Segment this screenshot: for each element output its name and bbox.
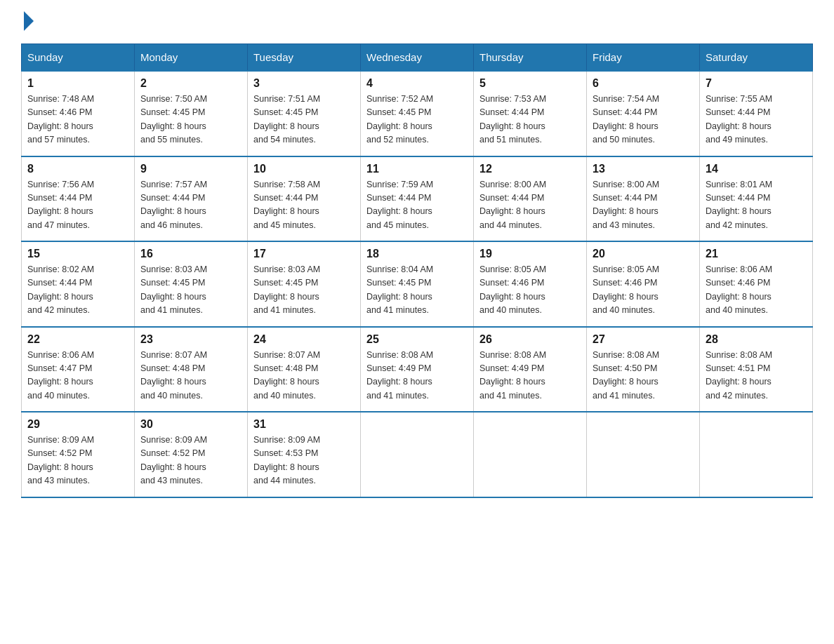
calendar-cell: 21Sunrise: 8:06 AMSunset: 4:46 PMDayligh… <box>700 241 813 327</box>
weekday-monday: Monday <box>135 44 248 72</box>
day-number: 13 <box>593 163 694 175</box>
day-info: Sunrise: 8:04 AMSunset: 4:45 PMDaylight:… <box>366 263 468 318</box>
logo <box>21 14 34 29</box>
day-number: 25 <box>366 333 468 346</box>
weekday-saturday: Saturday <box>700 44 813 72</box>
day-number: 4 <box>366 77 468 90</box>
calendar-cell: 24Sunrise: 8:07 AMSunset: 4:48 PMDayligh… <box>248 327 361 412</box>
calendar-week-row: 8Sunrise: 7:56 AMSunset: 4:44 PMDaylight… <box>22 156 813 242</box>
calendar-cell: 17Sunrise: 8:03 AMSunset: 4:45 PMDayligh… <box>248 241 361 327</box>
calendar-cell <box>474 412 587 497</box>
weekday-sunday: Sunday <box>22 44 135 72</box>
calendar-cell: 10Sunrise: 7:58 AMSunset: 4:44 PMDayligh… <box>248 156 361 242</box>
day-info: Sunrise: 7:59 AMSunset: 4:44 PMDaylight:… <box>366 178 468 233</box>
calendar-cell: 12Sunrise: 8:00 AMSunset: 4:44 PMDayligh… <box>474 156 587 242</box>
day-number: 9 <box>140 163 241 175</box>
calendar-cell: 14Sunrise: 8:01 AMSunset: 4:44 PMDayligh… <box>700 156 813 242</box>
calendar-week-row: 1Sunrise: 7:48 AMSunset: 4:46 PMDaylight… <box>22 71 813 156</box>
calendar-cell: 1Sunrise: 7:48 AMSunset: 4:46 PMDaylight… <box>22 71 135 156</box>
day-info: Sunrise: 7:48 AMSunset: 4:46 PMDaylight:… <box>27 93 128 147</box>
day-info: Sunrise: 8:03 AMSunset: 4:45 PMDaylight:… <box>140 263 241 318</box>
calendar-cell: 28Sunrise: 8:08 AMSunset: 4:51 PMDayligh… <box>700 327 813 412</box>
day-info: Sunrise: 8:07 AMSunset: 4:48 PMDaylight:… <box>253 349 355 403</box>
day-info: Sunrise: 8:06 AMSunset: 4:46 PMDaylight:… <box>706 263 807 318</box>
day-info: Sunrise: 7:57 AMSunset: 4:44 PMDaylight:… <box>140 178 241 233</box>
weekday-thursday: Thursday <box>474 44 587 72</box>
day-number: 29 <box>27 418 128 431</box>
calendar-cell: 13Sunrise: 8:00 AMSunset: 4:44 PMDayligh… <box>587 156 700 242</box>
logo-arrow-icon <box>24 11 34 31</box>
day-number: 3 <box>253 77 355 90</box>
day-number: 6 <box>593 77 694 90</box>
day-number: 18 <box>366 248 468 260</box>
calendar-cell: 22Sunrise: 8:06 AMSunset: 4:47 PMDayligh… <box>22 327 135 412</box>
calendar-cell <box>587 412 700 497</box>
day-info: Sunrise: 7:53 AMSunset: 4:44 PMDaylight:… <box>479 93 581 147</box>
day-info: Sunrise: 8:05 AMSunset: 4:46 PMDaylight:… <box>593 263 694 318</box>
calendar-cell: 29Sunrise: 8:09 AMSunset: 4:52 PMDayligh… <box>22 412 135 497</box>
day-number: 10 <box>253 163 355 175</box>
day-number: 2 <box>140 77 241 90</box>
day-number: 28 <box>706 333 807 346</box>
day-number: 26 <box>479 333 581 346</box>
day-info: Sunrise: 8:08 AMSunset: 4:49 PMDaylight:… <box>366 349 468 403</box>
calendar-cell: 15Sunrise: 8:02 AMSunset: 4:44 PMDayligh… <box>22 241 135 327</box>
day-number: 24 <box>253 333 355 346</box>
calendar-cell: 18Sunrise: 8:04 AMSunset: 4:45 PMDayligh… <box>361 241 474 327</box>
day-info: Sunrise: 8:09 AMSunset: 4:52 PMDaylight:… <box>27 434 128 488</box>
day-number: 30 <box>140 418 241 431</box>
day-info: Sunrise: 8:02 AMSunset: 4:44 PMDaylight:… <box>27 263 128 318</box>
day-number: 15 <box>27 248 128 260</box>
calendar-table: SundayMondayTuesdayWednesdayThursdayFrid… <box>21 43 813 498</box>
day-number: 23 <box>140 333 241 346</box>
day-info: Sunrise: 8:00 AMSunset: 4:44 PMDaylight:… <box>593 178 694 233</box>
page-header <box>21 14 813 29</box>
day-number: 20 <box>593 248 694 260</box>
weekday-header-row: SundayMondayTuesdayWednesdayThursdayFrid… <box>22 44 813 72</box>
day-number: 22 <box>27 333 128 346</box>
day-info: Sunrise: 7:52 AMSunset: 4:45 PMDaylight:… <box>366 93 468 147</box>
calendar-cell: 19Sunrise: 8:05 AMSunset: 4:46 PMDayligh… <box>474 241 587 327</box>
day-info: Sunrise: 8:01 AMSunset: 4:44 PMDaylight:… <box>706 178 807 233</box>
calendar-cell: 25Sunrise: 8:08 AMSunset: 4:49 PMDayligh… <box>361 327 474 412</box>
calendar-cell: 8Sunrise: 7:56 AMSunset: 4:44 PMDaylight… <box>22 156 135 242</box>
day-number: 27 <box>593 333 694 346</box>
day-info: Sunrise: 7:54 AMSunset: 4:44 PMDaylight:… <box>593 93 694 147</box>
day-info: Sunrise: 8:08 AMSunset: 4:49 PMDaylight:… <box>479 349 581 403</box>
day-number: 17 <box>253 248 355 260</box>
day-number: 11 <box>366 163 468 175</box>
day-info: Sunrise: 8:03 AMSunset: 4:45 PMDaylight:… <box>253 263 355 318</box>
day-info: Sunrise: 8:05 AMSunset: 4:46 PMDaylight:… <box>479 263 581 318</box>
day-info: Sunrise: 8:09 AMSunset: 4:53 PMDaylight:… <box>253 434 355 488</box>
calendar-cell: 6Sunrise: 7:54 AMSunset: 4:44 PMDaylight… <box>587 71 700 156</box>
calendar-cell: 20Sunrise: 8:05 AMSunset: 4:46 PMDayligh… <box>587 241 700 327</box>
day-number: 1 <box>27 77 128 90</box>
day-number: 16 <box>140 248 241 260</box>
calendar-cell <box>361 412 474 497</box>
calendar-cell: 26Sunrise: 8:08 AMSunset: 4:49 PMDayligh… <box>474 327 587 412</box>
weekday-tuesday: Tuesday <box>248 44 361 72</box>
calendar-cell: 7Sunrise: 7:55 AMSunset: 4:44 PMDaylight… <box>700 71 813 156</box>
weekday-friday: Friday <box>587 44 700 72</box>
day-info: Sunrise: 8:00 AMSunset: 4:44 PMDaylight:… <box>479 178 581 233</box>
day-number: 8 <box>27 163 128 175</box>
day-info: Sunrise: 8:07 AMSunset: 4:48 PMDaylight:… <box>140 349 241 403</box>
day-number: 12 <box>479 163 581 175</box>
calendar-cell: 9Sunrise: 7:57 AMSunset: 4:44 PMDaylight… <box>135 156 248 242</box>
calendar-cell <box>700 412 813 497</box>
calendar-cell: 30Sunrise: 8:09 AMSunset: 4:52 PMDayligh… <box>135 412 248 497</box>
day-info: Sunrise: 7:56 AMSunset: 4:44 PMDaylight:… <box>27 178 128 233</box>
day-number: 7 <box>706 77 807 90</box>
day-number: 5 <box>479 77 581 90</box>
day-info: Sunrise: 8:09 AMSunset: 4:52 PMDaylight:… <box>140 434 241 488</box>
calendar-week-row: 22Sunrise: 8:06 AMSunset: 4:47 PMDayligh… <box>22 327 813 412</box>
day-info: Sunrise: 8:06 AMSunset: 4:47 PMDaylight:… <box>27 349 128 403</box>
day-info: Sunrise: 8:08 AMSunset: 4:51 PMDaylight:… <box>706 349 807 403</box>
day-number: 31 <box>253 418 355 431</box>
day-info: Sunrise: 7:51 AMSunset: 4:45 PMDaylight:… <box>253 93 355 147</box>
calendar-week-row: 29Sunrise: 8:09 AMSunset: 4:52 PMDayligh… <box>22 412 813 497</box>
calendar-cell: 11Sunrise: 7:59 AMSunset: 4:44 PMDayligh… <box>361 156 474 242</box>
day-number: 14 <box>706 163 807 175</box>
day-info: Sunrise: 7:50 AMSunset: 4:45 PMDaylight:… <box>140 93 241 147</box>
calendar-cell: 4Sunrise: 7:52 AMSunset: 4:45 PMDaylight… <box>361 71 474 156</box>
